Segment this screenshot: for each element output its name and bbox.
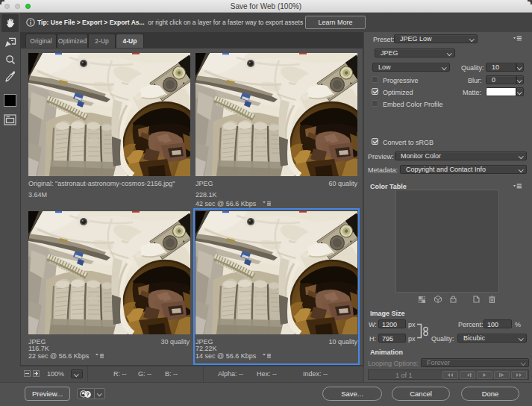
svg-text:?: ?	[86, 391, 90, 398]
